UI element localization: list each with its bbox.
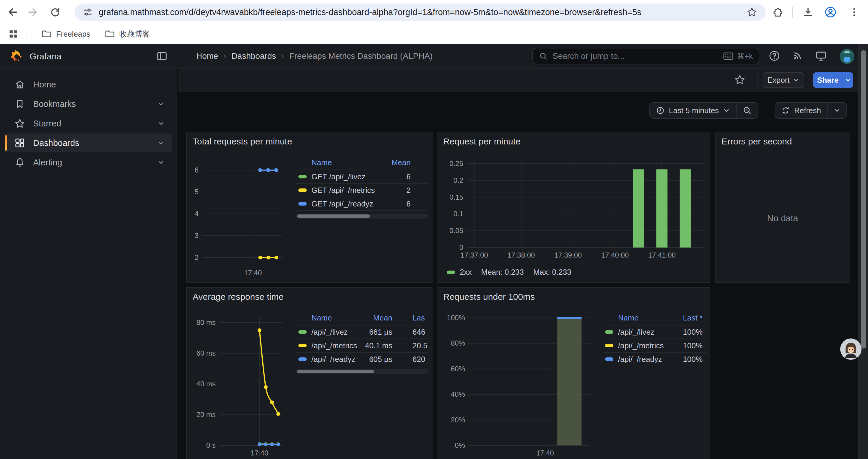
refresh-button[interactable]: Refresh <box>775 103 827 118</box>
search-icon <box>539 52 548 61</box>
extensions-icon[interactable] <box>769 4 785 20</box>
svg-text:17:39:00: 17:39:00 <box>554 251 582 259</box>
help-icon[interactable] <box>768 50 780 64</box>
toolbar-divider <box>793 6 793 18</box>
chevron-down-icon <box>157 139 165 147</box>
sidebar-toggle[interactable] <box>156 50 168 64</box>
monitor-icon[interactable] <box>815 50 827 64</box>
dashboards-icon <box>14 137 25 149</box>
bookmark-folder-freeleaps[interactable]: Freeleaps <box>35 29 96 39</box>
chevron-down-icon <box>833 107 840 114</box>
svg-text:20%: 20% <box>451 416 465 424</box>
scrollbar-thumb[interactable] <box>861 50 866 349</box>
site-settings-icon[interactable] <box>83 7 93 17</box>
sidebar-item-starred[interactable]: Starred <box>5 114 172 133</box>
svg-text:60 ms: 60 ms <box>196 349 216 357</box>
panel-request-per-minute: Request per minute 00.050.10.150.20.2517… <box>437 132 710 283</box>
search-input[interactable]: Search or jump to... ⌘+k <box>532 48 759 64</box>
back-button[interactable] <box>5 4 21 20</box>
legend-row[interactable]: GET /api/_/livez 6 <box>296 169 428 183</box>
sidebar-item-label: Alerting <box>33 158 62 167</box>
grafana-logo <box>9 49 24 64</box>
browser-toolbar: grafana.mathmast.com/d/deytv4rwavabkb/fr… <box>0 0 868 24</box>
breadcrumb-home[interactable]: Home <box>196 52 218 61</box>
export-button[interactable]: Export <box>763 72 804 88</box>
user-avatar[interactable] <box>840 49 855 64</box>
sidebar-item-home[interactable]: Home <box>5 75 172 94</box>
profile-icon[interactable] <box>823 4 838 20</box>
share-menu-chevron[interactable] <box>843 72 853 88</box>
breadcrumb-current: Freeleaps Metrics Dashboard (ALPHA) <box>289 52 433 61</box>
sidebar-item-dashboards[interactable]: Dashboards <box>5 133 172 153</box>
zoom-out-button[interactable] <box>736 103 758 118</box>
legend-row[interactable]: /api/_/livez 661 µs 646 <box>296 325 428 338</box>
svg-text:0.2: 0.2 <box>454 176 463 184</box>
refresh-controls: Refresh <box>775 102 847 119</box>
sidebar-item-label: Dashboards <box>33 138 79 148</box>
forward-button[interactable] <box>25 4 41 20</box>
url-bar[interactable]: grafana.mathmast.com/d/deytv4rwavabkb/fr… <box>74 4 766 21</box>
legend-table: Name Mean GET /api/_/livez 6 GET /api/_/… <box>296 155 428 219</box>
legend-row[interactable]: GET /api/_/readyz 6 <box>296 197 428 210</box>
chevron-down-icon <box>157 100 165 108</box>
refresh-interval-chevron[interactable] <box>827 103 846 118</box>
svg-text:17:40: 17:40 <box>244 269 262 277</box>
rss-icon[interactable] <box>792 50 804 64</box>
apps-grid-icon[interactable] <box>8 29 18 39</box>
breadcrumb-dashboards[interactable]: Dashboards <box>231 52 276 61</box>
search-shortcut: ⌘+k <box>723 52 753 61</box>
bookmark-folder-blogs[interactable]: 收藏博客 <box>99 29 156 39</box>
legend-row[interactable]: GET /api/_/metrics 2 <box>296 183 428 197</box>
chevron-down-icon <box>157 120 165 127</box>
zoom-out-icon <box>742 106 752 115</box>
svg-text:17:40:00: 17:40:00 <box>601 251 629 259</box>
bell-icon <box>14 157 25 168</box>
url-text[interactable]: grafana.mathmast.com/d/deytv4rwavabkb/fr… <box>99 7 740 17</box>
legend-inline[interactable]: 2xx Mean: 0.233 Max: 0.233 <box>447 268 571 277</box>
screen: grafana.mathmast.com/d/deytv4rwavabkb/fr… <box>0 0 868 459</box>
panel-requests-under-100ms: Requests under 100ms 100%80%60%40%20%0%1… <box>437 287 710 459</box>
no-data-label: No data <box>716 213 850 223</box>
svg-text:3: 3 <box>195 232 198 239</box>
refresh-icon <box>781 106 790 115</box>
svg-text:0.15: 0.15 <box>450 193 463 201</box>
sidebar-item-alerting[interactable]: Alerting <box>5 153 172 172</box>
clock-icon <box>656 106 665 115</box>
legend-row[interactable]: /api/_/metrics 100% <box>603 338 707 352</box>
svg-text:0.1: 0.1 <box>454 210 463 218</box>
download-icon[interactable] <box>800 4 816 20</box>
legend-row[interactable]: /api/_/readyz 605 µs 620 <box>296 352 428 366</box>
floating-avatar[interactable] <box>840 338 862 360</box>
chevron-down-icon <box>793 76 800 84</box>
reload-button[interactable] <box>47 4 63 20</box>
grafana-brand[interactable]: Grafana <box>9 49 61 64</box>
toolbar-divider <box>757 74 758 86</box>
svg-text:17:37:00: 17:37:00 <box>460 251 488 259</box>
folder-icon <box>104 29 115 39</box>
svg-text:0.05: 0.05 <box>450 227 463 234</box>
sidebar: Home Bookmarks Starred Dashboards Alerti… <box>0 68 177 459</box>
svg-text:2: 2 <box>195 254 198 261</box>
panel-total-requests: Total requests per minute 6543217:40 Nam… <box>186 132 433 283</box>
bookmark-label: 收藏博客 <box>119 29 150 39</box>
legend-row[interactable]: /api/_/readyz 100% <box>603 352 707 366</box>
svg-text:17:38:00: 17:38:00 <box>507 251 535 259</box>
home-icon <box>14 79 25 90</box>
legend-scrollbar[interactable] <box>296 369 428 374</box>
legend-row[interactable]: /api/_/livez 100% <box>603 325 707 338</box>
chart-request-per-minute[interactable]: 00.050.10.150.20.2517:37:0017:38:0017:39… <box>437 132 711 284</box>
time-range-picker[interactable]: Last 5 minutes <box>650 103 736 118</box>
star-icon <box>14 118 25 129</box>
share-button[interactable]: Share <box>813 72 853 88</box>
page-scrollbar[interactable] <box>858 44 868 459</box>
star-dashboard-icon[interactable] <box>734 74 746 88</box>
sidebar-item-label: Starred <box>33 119 61 129</box>
legend-scrollbar[interactable] <box>296 214 428 219</box>
bookmark-star-icon[interactable] <box>746 6 757 18</box>
legend-row[interactable]: /api/_/metrics 40.1 ms 20.5 r <box>296 338 428 352</box>
panel-title[interactable]: Errors per second <box>721 136 792 146</box>
svg-text:40 ms: 40 ms <box>196 380 216 388</box>
sidebar-item-bookmarks[interactable]: Bookmarks <box>5 95 172 113</box>
svg-text:6: 6 <box>195 166 198 174</box>
menu-dots-icon[interactable] <box>846 4 862 20</box>
